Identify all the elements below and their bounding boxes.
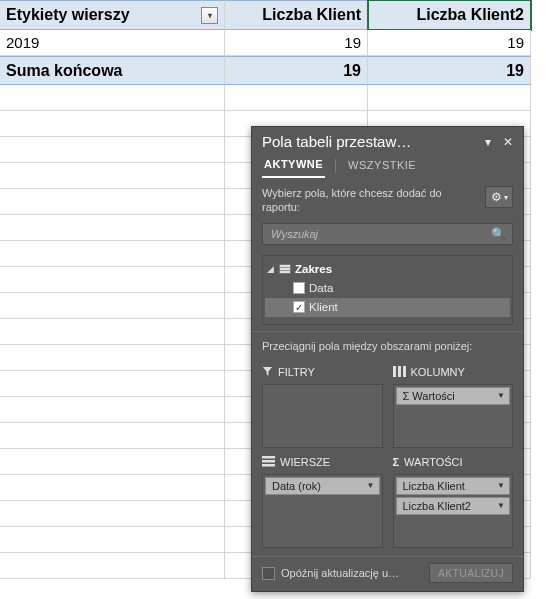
- empty-cell[interactable]: [0, 397, 225, 423]
- pane-choose-row: Wybierz pola, które chcesz dodać do rapo…: [252, 178, 523, 221]
- tree-item-label: Klient: [309, 301, 338, 313]
- pivot-grandtotal-cell[interactable]: 19: [225, 56, 368, 85]
- empty-cell[interactable]: [0, 85, 225, 111]
- chevron-down-icon: ▾: [208, 11, 212, 20]
- pivot-row-label[interactable]: 2019: [0, 30, 225, 56]
- fields-search-input[interactable]: [269, 227, 491, 241]
- pane-titlebar[interactable]: Pola tabeli przestaw… ▾ ✕: [252, 127, 523, 154]
- svg-rect-4: [262, 460, 275, 463]
- tab-active-fields[interactable]: AKTYWNE: [262, 154, 325, 178]
- defer-update-label: Opóźnij aktualizację u…: [281, 567, 423, 579]
- area-values-label: WARTOŚCI: [404, 456, 462, 468]
- checkbox-checked-icon[interactable]: ✓: [293, 301, 305, 313]
- empty-cell[interactable]: [0, 345, 225, 371]
- pivot-rowlabels-text: Etykiety wierszy: [6, 6, 130, 24]
- pivot-col1-header[interactable]: Liczba Klient: [225, 0, 368, 30]
- collapse-icon[interactable]: ◢: [267, 264, 275, 274]
- gear-icon: ⚙: [491, 190, 502, 204]
- empty-cell[interactable]: [0, 293, 225, 319]
- rows-dropzone[interactable]: Data (rok) ▼: [262, 474, 383, 548]
- pill-label: Liczba Klient2: [403, 500, 472, 512]
- empty-cell[interactable]: [0, 267, 225, 293]
- pane-layout-button[interactable]: ⚙ ▾: [485, 186, 513, 208]
- area-columns-label: KOLUMNY: [411, 366, 465, 378]
- empty-cell[interactable]: [0, 371, 225, 397]
- pill-label: Σ Wartości: [403, 390, 455, 402]
- empty-cell[interactable]: [0, 215, 225, 241]
- svg-rect-5: [262, 464, 275, 467]
- columns-dropzone[interactable]: Σ Wartości ▼: [393, 384, 514, 448]
- tree-item-data[interactable]: Data: [265, 279, 510, 298]
- fields-tree[interactable]: ◢ Zakres Data ✓ Klient: [262, 255, 513, 325]
- empty-cell[interactable]: [368, 85, 531, 111]
- empty-cell[interactable]: [0, 137, 225, 163]
- pivot-cell[interactable]: 19: [368, 30, 531, 56]
- pivot-header-row: Etykiety wierszy ▾ Liczba Klient Liczba …: [0, 0, 546, 30]
- rows-icon: [262, 456, 275, 467]
- tree-root-zakres[interactable]: ◢ Zakres: [265, 260, 510, 279]
- areas-grid: FILTRY KOLUMNY Σ Wartości ▼ WIERSZE: [252, 360, 523, 556]
- pane-close-button[interactable]: ✕: [501, 135, 515, 149]
- tab-all-fields[interactable]: WSZYSTKIE: [346, 155, 418, 177]
- fields-search-box[interactable]: 🔍: [262, 223, 513, 245]
- pivot-rowlabels-header[interactable]: Etykiety wierszy ▾: [0, 0, 225, 30]
- pill-label: Liczba Klient: [403, 480, 465, 492]
- empty-cell[interactable]: [0, 319, 225, 345]
- values-dropzone[interactable]: Liczba Klient ▼ Liczba Klient2 ▼: [393, 474, 514, 548]
- tab-separator-icon: [335, 159, 336, 173]
- area-rows-label: WIERSZE: [280, 456, 330, 468]
- update-button[interactable]: AKTUALIZUJ: [429, 563, 513, 583]
- chevron-down-icon: ▼: [367, 481, 375, 490]
- svg-rect-3: [262, 456, 275, 459]
- empty-cell[interactable]: [0, 423, 225, 449]
- pivot-grandtotal-label[interactable]: Suma końcowa: [0, 56, 225, 85]
- filters-dropzone[interactable]: [262, 384, 383, 448]
- pill-label: Data (rok): [272, 480, 321, 492]
- funnel-icon: [262, 366, 273, 377]
- pivot-grandtotal-row: Suma końcowa 19 19: [0, 56, 546, 85]
- pane-menu-button[interactable]: ▾: [481, 135, 495, 149]
- pivot-grandtotal-cell[interactable]: 19: [368, 56, 531, 85]
- field-pill-liczba-klient[interactable]: Liczba Klient ▼: [396, 477, 511, 495]
- chevron-down-icon: ▾: [504, 193, 508, 202]
- pane-choose-label: Wybierz pola, które chcesz dodać do rapo…: [262, 186, 477, 215]
- tree-root-label: Zakres: [295, 263, 332, 275]
- area-columns: KOLUMNY Σ Wartości ▼: [393, 364, 514, 448]
- empty-cell[interactable]: [0, 475, 225, 501]
- area-values: Σ WARTOŚCI Liczba Klient ▼ Liczba Klient…: [393, 454, 514, 548]
- table-icon: [279, 264, 291, 274]
- empty-cell[interactable]: [0, 241, 225, 267]
- pane-tabs: AKTYWNE WSZYSTKIE: [252, 154, 523, 178]
- empty-cell[interactable]: [0, 527, 225, 553]
- empty-cell[interactable]: [0, 189, 225, 215]
- empty-cell[interactable]: [0, 553, 225, 579]
- svg-rect-2: [403, 366, 406, 377]
- checkbox-unchecked-icon[interactable]: [293, 282, 305, 294]
- area-filters: FILTRY: [262, 364, 383, 448]
- field-pill-liczba-klient2[interactable]: Liczba Klient2 ▼: [396, 497, 511, 515]
- chevron-down-icon: ▼: [497, 391, 505, 400]
- defer-update-checkbox[interactable]: [262, 567, 275, 580]
- search-icon: 🔍: [491, 227, 506, 241]
- chevron-down-icon: ▼: [497, 481, 505, 490]
- chevron-down-icon: ▼: [497, 501, 505, 510]
- field-pill-data-rok[interactable]: Data (rok) ▼: [265, 477, 380, 495]
- area-filters-label: FILTRY: [278, 366, 315, 378]
- empty-cell[interactable]: [0, 449, 225, 475]
- area-rows: WIERSZE Data (rok) ▼: [262, 454, 383, 548]
- pivot-data-row: 2019 19 19: [0, 30, 546, 56]
- field-pill-values[interactable]: Σ Wartości ▼: [396, 387, 511, 405]
- empty-cell[interactable]: [0, 111, 225, 137]
- svg-rect-1: [398, 366, 401, 377]
- pivot-col2-header-active[interactable]: Liczba Klient2: [368, 0, 531, 30]
- pane-footer: Opóźnij aktualizację u… AKTUALIZUJ: [252, 556, 523, 591]
- sigma-icon: Σ: [393, 456, 400, 468]
- pivot-cell[interactable]: 19: [225, 30, 368, 56]
- empty-cell[interactable]: [0, 163, 225, 189]
- columns-icon: [393, 366, 406, 377]
- tree-item-klient[interactable]: ✓ Klient: [265, 298, 510, 317]
- row-filter-dropdown-button[interactable]: ▾: [201, 7, 218, 24]
- empty-cell[interactable]: [0, 501, 225, 527]
- close-icon: ✕: [503, 135, 513, 149]
- empty-cell[interactable]: [225, 85, 368, 111]
